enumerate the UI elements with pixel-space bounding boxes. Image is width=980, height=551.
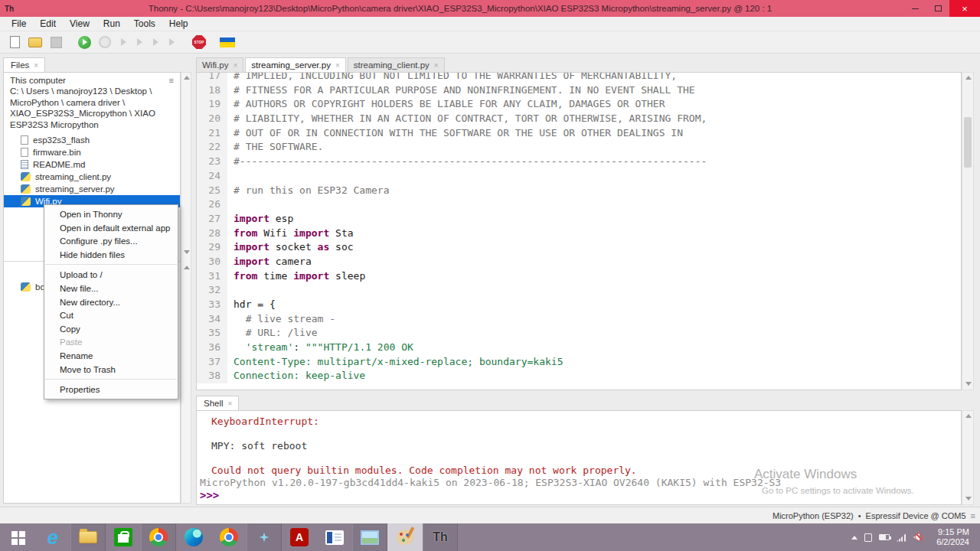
tray-battery-icon[interactable]: [879, 534, 890, 540]
tab-close-icon[interactable]: ×: [434, 61, 439, 70]
stop-icon[interactable]: STOP: [191, 34, 207, 50]
shell-scrollbar[interactable]: [962, 410, 974, 505]
clock-time: 9:15 PM: [938, 527, 969, 536]
title-bar[interactable]: Th Thonny - C:\Users\manojroy123\Desktop…: [0, 0, 980, 17]
context-menu-item-open-in-default-external-app[interactable]: Open in default external app: [44, 221, 178, 235]
context-menu-item-properties[interactable]: Properties: [44, 383, 178, 396]
acrobat-icon[interactable]: A: [282, 523, 317, 551]
menu-tools[interactable]: Tools: [127, 18, 162, 29]
files-tab[interactable]: Files ×: [3, 57, 45, 72]
paint-icon[interactable]: [387, 523, 423, 551]
interpreter-label[interactable]: MicroPython (ESP32): [773, 511, 854, 520]
editor-scroll-thumb[interactable]: [964, 117, 972, 168]
file-item[interactable]: esp32s3_flash: [4, 134, 180, 146]
tray-action-icon[interactable]: [864, 533, 872, 542]
thonny-icon[interactable]: Th: [423, 523, 458, 551]
shell-scroll-down-icon[interactable]: [965, 497, 972, 500]
files-scroll-down-icon[interactable]: [184, 250, 190, 254]
menu-file[interactable]: File: [5, 18, 33, 29]
port-label[interactable]: Espressif Device @ COM5: [866, 511, 966, 520]
context-menu-item-hide-hidden-files[interactable]: Hide hidden files: [44, 248, 178, 262]
photos-star-icon[interactable]: [247, 523, 282, 551]
code-text: # FITNESS FOR A PARTICULAR PURPOSE AND N…: [227, 83, 695, 98]
file-item[interactable]: streaming_server.py: [4, 183, 180, 195]
microsoft-store-icon[interactable]: [106, 523, 141, 551]
tray-expand-icon[interactable]: [851, 536, 858, 540]
files-list: esp32s3_flashfirmware.binREADME.mdstream…: [4, 134, 180, 207]
tab-Wifi.py[interactable]: Wifi.py×: [196, 57, 243, 72]
edge-icon[interactable]: [176, 523, 211, 551]
files-root-row[interactable]: This computer ≡: [4, 73, 180, 86]
menu-view[interactable]: View: [63, 18, 96, 29]
code-text: [227, 169, 234, 184]
internet-explorer-icon[interactable]: e: [35, 523, 70, 551]
start-icon[interactable]: [0, 523, 35, 551]
menu-edit[interactable]: Edit: [33, 18, 63, 29]
minimize-icon: [912, 8, 919, 9]
shell-tab-close-icon[interactable]: ×: [228, 399, 233, 408]
context-menu-item-paste: Paste: [44, 335, 178, 349]
editor-scroll-up-icon[interactable]: [965, 76, 972, 80]
resize-grip-icon[interactable]: ≡: [971, 511, 975, 520]
files-menu-icon[interactable]: ≡: [169, 76, 174, 85]
menu-help[interactable]: Help: [162, 18, 195, 29]
step-over-icon: [117, 34, 129, 50]
ukraine-flag-icon[interactable]: [219, 34, 236, 50]
tab-label: streaming_client.py: [354, 60, 430, 70]
menu-bar: FileEditViewRunToolsHelp: [0, 17, 980, 31]
file-item-label: streaming_server.py: [35, 184, 115, 194]
maximize-button[interactable]: [926, 0, 949, 17]
tab-streaming_server.py[interactable]: streaming_server.py×: [245, 57, 345, 72]
context-menu-item-new-file[interactable]: New file...: [44, 282, 178, 295]
minimize-button[interactable]: [903, 0, 926, 17]
menu-run[interactable]: Run: [96, 18, 127, 29]
context-menu-item-configure-py-files[interactable]: Configure .py files...: [44, 234, 178, 248]
shell-scroll-up-icon[interactable]: [965, 414, 972, 418]
shell-line: MicroPython v1.20.0-197-gb3cd41dd4-kaki5…: [197, 477, 961, 489]
context-menu-item-rename[interactable]: Rename: [44, 349, 178, 363]
editor-scroll-down-icon[interactable]: [965, 382, 972, 386]
files-scroll-up-icon[interactable]: [184, 76, 190, 80]
open-folder-icon[interactable]: [27, 34, 44, 50]
photos-icon[interactable]: [352, 523, 387, 551]
files-tab-close-icon[interactable]: ×: [34, 61, 38, 70]
new-file-icon[interactable]: [6, 34, 23, 50]
shell-panel[interactable]: KeyboardInterrupt:MPY: soft rebootCould …: [196, 410, 962, 505]
line-number: 35: [197, 326, 227, 341]
context-menu-item-open-in-thonny[interactable]: Open in Thonny: [44, 207, 178, 221]
files-scrollbar[interactable]: [181, 72, 191, 504]
file-item[interactable]: README.md: [4, 158, 180, 171]
line-number: 20: [197, 112, 227, 126]
file-explorer-icon[interactable]: [70, 523, 106, 551]
chrome-icon[interactable]: [141, 523, 176, 551]
file-item[interactable]: streaming_client.py: [4, 171, 180, 183]
files-path: C: \ Users \ manojroy123 \ Desktop \Micr…: [4, 86, 180, 130]
file-item[interactable]: firmware.bin: [4, 146, 180, 158]
code-line: 19# AUTHORS OR COPYRIGHT HOLDERS BE LIAB…: [197, 97, 961, 112]
tray-volume-muted-icon[interactable]: [913, 533, 920, 541]
tab-close-icon[interactable]: ×: [234, 61, 238, 70]
context-menu-item-move-to-trash[interactable]: Move to Trash: [44, 363, 178, 377]
code-editor[interactable]: 17# IMPLIED, INCLUDING BUT NOT LIMITED T…: [196, 72, 962, 390]
shell-tab[interactable]: Shell ×: [196, 396, 239, 410]
run-icon[interactable]: [76, 34, 93, 50]
editor-scrollbar[interactable]: [962, 72, 974, 390]
code-line: 28from Wifi import Sta: [197, 227, 961, 241]
code-text: 'stream': """HTTP/1.1 200 OK: [227, 341, 413, 355]
line-number: 21: [197, 126, 227, 141]
taskbar-clock[interactable]: 9:15 PM 6/2/2024: [926, 527, 974, 547]
chrome-2-icon[interactable]: [211, 523, 247, 551]
context-menu-item-new-directory[interactable]: New directory...: [44, 295, 178, 309]
tab-close-icon[interactable]: ×: [335, 61, 340, 70]
device-scroll-up-icon[interactable]: [184, 266, 190, 269]
line-number: 22: [197, 140, 227, 155]
context-menu-item-copy[interactable]: Copy: [44, 322, 178, 336]
shell-lines: KeyboardInterrupt:MPY: soft rebootCould …: [197, 416, 961, 501]
tab-streaming_client.py[interactable]: streaming_client.py×: [348, 57, 445, 72]
context-menu-item-cut[interactable]: Cut: [44, 308, 178, 322]
context-menu-item-upload-to[interactable]: Upload to /: [44, 268, 178, 282]
tray-network-icon[interactable]: [897, 533, 906, 542]
close-button[interactable]: ×: [949, 0, 980, 17]
code-line: 36 'stream': """HTTP/1.1 200 OK: [197, 341, 961, 355]
dev-window-icon[interactable]: [317, 523, 352, 551]
